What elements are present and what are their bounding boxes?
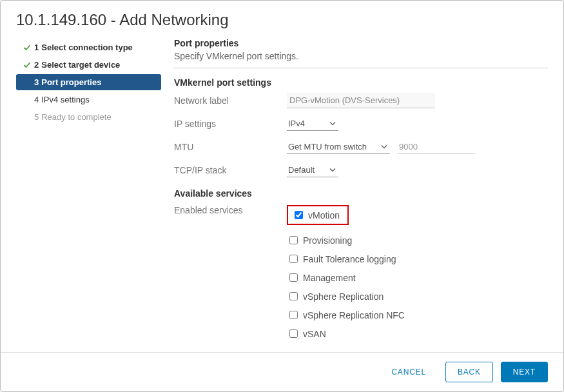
content-pane: Port properties Specify VMkernel port se… [161, 38, 548, 352]
step-ipv4-settings: 4 IPv4 settings [16, 92, 161, 108]
chevron-down-icon [329, 165, 336, 175]
row-enabled-services: Enabled services vMotion [174, 205, 548, 231]
service-vmotion: vMotion [287, 205, 349, 225]
service-management-checkbox[interactable] [289, 273, 298, 282]
chevron-down-icon [329, 119, 336, 128]
service-vsphere-replication-nfc: vSphere Replication NFC [287, 309, 548, 321]
mtu-mode-select[interactable]: Get MTU from switch [287, 140, 390, 154]
dialog-footer: CANCEL BACK NEXT [1, 352, 563, 391]
service-provisioning: Provisioning [287, 234, 548, 246]
divider [174, 68, 548, 68]
row-network-label: Network label [174, 93, 548, 108]
services-list: Provisioning Fault Tolerance logging Man… [287, 234, 548, 340]
ip-settings-select[interactable]: IPv4 [287, 117, 338, 131]
check-icon [23, 44, 32, 52]
ip-settings-label: IP settings [174, 119, 287, 129]
tcpip-stack-select[interactable]: Default [287, 163, 338, 177]
row-ip-settings: IP settings IPv4 [174, 116, 548, 132]
step-port-properties[interactable]: 3 Port properties [16, 74, 161, 90]
step-ready-to-complete: 5 Ready to complete [16, 109, 161, 125]
service-label: vMotion [308, 210, 340, 220]
row-mtu: MTU Get MTU from switch [174, 139, 548, 155]
service-ft-logging-checkbox[interactable] [289, 255, 298, 263]
mtu-label: MTU [174, 142, 287, 152]
service-provisioning-checkbox[interactable] [289, 236, 298, 244]
step-label: IPv4 settings [41, 95, 89, 104]
service-vsphere-replication-checkbox[interactable] [289, 292, 298, 300]
service-label: Management [303, 273, 356, 283]
vmkernel-section-title: VMkernel port settings [174, 77, 548, 88]
service-label: vSphere Replication NFC [303, 310, 405, 320]
service-label: Provisioning [303, 235, 352, 246]
step-select-target-device[interactable]: 2 Select target device [16, 57, 161, 73]
service-management: Management [287, 271, 548, 284]
step-label: Port properties [41, 77, 101, 87]
service-fault-tolerance-logging: Fault Tolerance logging [287, 253, 548, 265]
service-vsphere-replication-nfc-checkbox[interactable] [289, 311, 298, 319]
service-vsphere-replication: vSphere Replication [287, 290, 548, 302]
content-header-title: Port properties [174, 38, 548, 48]
network-label-label: Network label [174, 95, 287, 106]
service-vsan: vSAN [287, 328, 548, 340]
dialog-body: 1 Select connection type 2 Select target… [1, 38, 563, 352]
add-networking-dialog: 10.1.149.160 - Add Networking 1 Select c… [0, 0, 564, 392]
service-vsan-checkbox[interactable] [289, 329, 298, 338]
step-label: Select connection type [41, 43, 133, 52]
row-tcpip-stack: TCP/IP stack Default [174, 162, 548, 178]
check-icon [23, 61, 32, 69]
row-available-services: Available services [174, 186, 548, 201]
enabled-services-label: Enabled services [174, 205, 287, 215]
step-label: Ready to complete [41, 112, 111, 122]
step-select-connection-type[interactable]: 1 Select connection type [16, 39, 161, 55]
service-label: Fault Tolerance logging [303, 254, 396, 264]
cancel-button[interactable]: CANCEL [380, 362, 437, 382]
content-header-description: Specify VMkernel port settings. [174, 51, 548, 61]
network-label-input [287, 93, 435, 108]
service-vmotion-checkbox[interactable] [295, 211, 303, 219]
next-button[interactable]: NEXT [501, 362, 548, 382]
chevron-down-icon [381, 142, 387, 152]
service-label: vSphere Replication [303, 291, 384, 302]
back-button[interactable]: BACK [445, 362, 493, 382]
available-services-title: Available services [174, 188, 287, 199]
service-label: vSAN [303, 329, 326, 339]
dialog-title: 10.1.149.160 - Add Networking [1, 1, 563, 38]
wizard-steps: 1 Select connection type 2 Select target… [16, 38, 161, 352]
mtu-value-input [398, 140, 475, 154]
tcpip-stack-label: TCP/IP stack [174, 165, 287, 175]
step-label: Select target device [41, 60, 120, 70]
